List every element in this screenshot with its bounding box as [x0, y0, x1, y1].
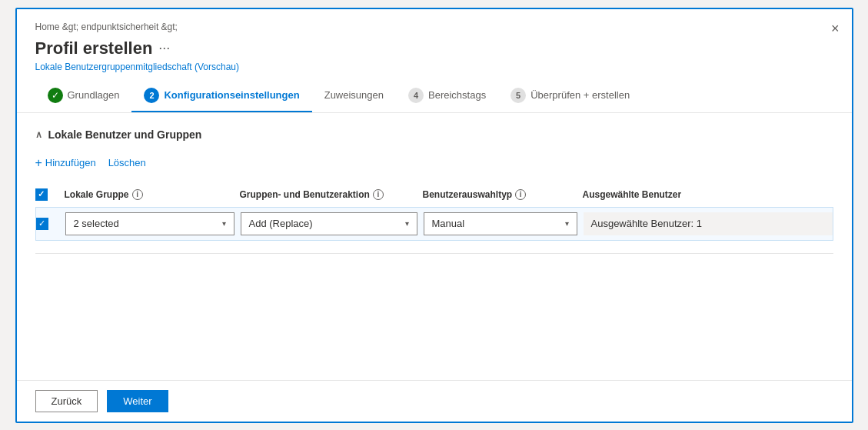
- selection-type-info-icon[interactable]: i: [515, 189, 526, 200]
- tab-ueberpruefen[interactable]: 5 Überprüfen + erstellen: [498, 82, 642, 112]
- tab-konfiguration-circle: 2: [144, 88, 159, 103]
- row-check-icon: ✓: [38, 218, 45, 228]
- breadcrumb: Home &gt; endpunktsicherheit &gt;: [35, 22, 833, 32]
- tab-grundlagen-label: Grundlagen: [68, 89, 120, 101]
- col-selected-users-label: Ausgewählte Benutzer: [583, 189, 682, 200]
- tab-bereichstags-label: Bereichstags: [428, 89, 486, 101]
- tab-konfiguration-label: Konfigurationseinstellungen: [164, 89, 299, 101]
- selected-users-cell: Ausgewählte Benutzer: 1: [584, 212, 833, 235]
- selection-type-arrow-icon: ▾: [565, 219, 569, 228]
- action-info-icon[interactable]: i: [373, 189, 384, 200]
- select-all-checkbox[interactable]: ✓: [35, 188, 58, 201]
- col-selection-type: Benutzerauswahltyp i: [423, 189, 577, 200]
- separator: [35, 253, 833, 254]
- tabs-container: ✓ Grundlagen 2 Konfigurationseinstellung…: [35, 82, 833, 112]
- selected-users-value: Ausgewählte Benutzer: 1: [591, 218, 703, 229]
- add-label: Hinzufügen: [45, 157, 96, 168]
- action-arrow-icon: ▾: [405, 219, 409, 228]
- chevron-up-icon[interactable]: ∧: [35, 129, 42, 140]
- tab-bereichstags-circle: 4: [408, 88, 424, 103]
- dialog-body: ∧ Lokale Benutzer und Gruppen + Hinzufüg…: [17, 113, 852, 380]
- col-selected-users: Ausgewählte Benutzer: [583, 189, 833, 200]
- tab-ueberpruefen-label: Überprüfen + erstellen: [530, 89, 630, 101]
- action-dropdown[interactable]: Add (Replace) ▾: [241, 212, 417, 235]
- table-header: ✓ Lokale Gruppe i Gruppen- und Benutzera…: [35, 185, 833, 207]
- col-selection-type-label: Benutzerauswahltyp: [423, 189, 513, 200]
- section-title: Lokale Benutzer und Gruppen: [48, 128, 202, 141]
- col-local-group-label: Lokale Gruppe: [65, 189, 129, 200]
- action-value: Add (Replace): [249, 218, 313, 229]
- delete-label: Löschen: [108, 157, 146, 168]
- tab-grundlagen[interactable]: ✓ Grundlagen: [35, 82, 132, 112]
- row-checkbox-cell[interactable]: ✓: [36, 218, 59, 230]
- header-checkbox[interactable]: ✓: [35, 188, 48, 201]
- back-button[interactable]: Zurück: [35, 390, 98, 412]
- close-button[interactable]: ×: [831, 22, 840, 35]
- table-row: ✓ 2 selected ▾ Add (Replace) ▾ Manual ▾ …: [35, 207, 833, 241]
- tab-konfiguration[interactable]: 2 Konfigurationseinstellungen: [131, 82, 311, 112]
- col-action: Gruppen- und Benutzeraktion i: [240, 189, 417, 200]
- dialog-subtitle: Lokale Benutzergruppenmitgliedschaft (Vo…: [35, 62, 833, 72]
- dialog-title: Profil erstellen: [35, 38, 153, 58]
- title-row: Profil erstellen ···: [35, 38, 833, 58]
- toolbar: + Hinzufügen Löschen: [35, 153, 833, 173]
- dialog-footer: Zurück Weiter: [17, 380, 852, 422]
- local-group-value: 2 selected: [74, 218, 119, 229]
- local-group-dropdown[interactable]: 2 selected ▾: [65, 212, 234, 235]
- local-group-arrow-icon: ▾: [222, 219, 226, 228]
- selection-type-dropdown[interactable]: Manual ▾: [424, 212, 577, 235]
- row-checkbox[interactable]: ✓: [36, 218, 48, 230]
- col-local-group: Lokale Gruppe i: [65, 189, 234, 200]
- selection-type-value: Manual: [432, 218, 465, 229]
- tab-zuweisungen-label: Zuweisungen: [324, 89, 384, 101]
- tab-zuweisungen[interactable]: Zuweisungen: [312, 83, 396, 110]
- delete-button[interactable]: Löschen: [108, 154, 146, 172]
- title-ellipsis-btn[interactable]: ···: [158, 40, 170, 56]
- plus-icon: +: [35, 156, 42, 170]
- tab-bereichstags[interactable]: 4 Bereichstags: [396, 82, 498, 112]
- local-group-info-icon[interactable]: i: [132, 189, 143, 200]
- tab-ueberpruefen-circle: 5: [510, 88, 526, 103]
- check-icon: ✓: [38, 189, 45, 199]
- profile-dialog: Home &gt; endpunktsicherheit &gt; Profil…: [15, 8, 853, 423]
- section-header: ∧ Lokale Benutzer und Gruppen: [35, 128, 833, 141]
- col-action-label: Gruppen- und Benutzeraktion: [240, 189, 370, 200]
- tab-check-icon: ✓: [48, 88, 63, 103]
- next-button[interactable]: Weiter: [107, 390, 168, 412]
- add-button[interactable]: + Hinzufügen: [35, 153, 96, 173]
- dialog-header: Home &gt; endpunktsicherheit &gt; Profil…: [17, 9, 852, 113]
